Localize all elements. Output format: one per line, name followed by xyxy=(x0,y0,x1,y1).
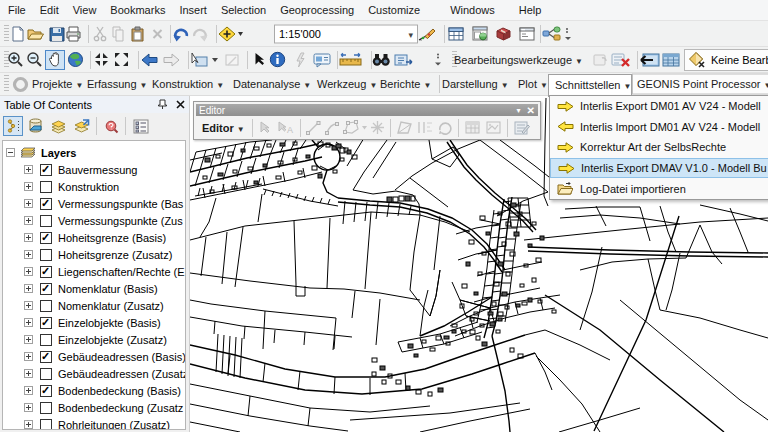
svg-text:A: A xyxy=(287,125,293,134)
